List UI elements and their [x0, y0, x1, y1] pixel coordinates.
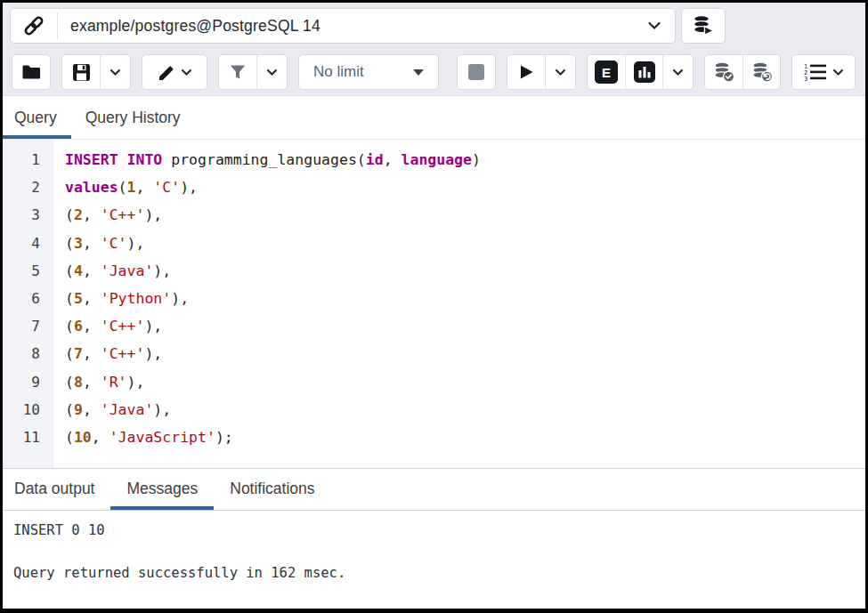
tab-query-history[interactable]: Query History [71, 96, 195, 139]
code-line: (10, 'JavaScript'); [65, 423, 865, 451]
explain-analyze-button[interactable] [625, 55, 662, 89]
chevron-down-icon [181, 69, 192, 77]
editor-tab-bar: Query Query History [3, 96, 865, 140]
line-number-gutter: 1234567891011 [3, 140, 53, 468]
execute-menu-button[interactable] [545, 55, 575, 89]
row-limit-select[interactable]: No limit [299, 55, 438, 89]
message-line: Query returned successfully in 162 msec. [13, 565, 855, 581]
line-number: 2 [3, 173, 40, 201]
numbered-list-icon: 1 2 3 [803, 62, 828, 82]
message-line: INSERT 0 10 [13, 522, 855, 538]
code-line: values(1, 'C'), [65, 173, 865, 201]
pencil-icon [157, 62, 176, 82]
code-line: (2, 'C++'), [65, 201, 865, 229]
tab-query[interactable]: Query [3, 96, 71, 139]
code-line: (6, 'C++'), [65, 312, 865, 340]
code-line: (8, 'R'), [65, 368, 865, 396]
tab-data-output-label: Data output [14, 480, 94, 498]
code-line: INSERT INTO programming_languages(id, la… [65, 146, 865, 173]
sql-editor[interactable]: 1234567891011 INSERT INTO programming_la… [3, 140, 865, 469]
line-number: 7 [3, 312, 40, 340]
connection-bar: example/postgres@PostgreSQL 14 [3, 3, 865, 49]
tab-query-history-label: Query History [85, 109, 181, 127]
caret-down-icon [413, 69, 424, 76]
chevron-down-icon [832, 69, 844, 77]
explain-menu-button[interactable] [662, 55, 693, 89]
explain-button[interactable]: E [588, 55, 625, 89]
filter-button[interactable] [219, 55, 256, 89]
save-button[interactable] [62, 55, 100, 89]
execute-button[interactable] [507, 55, 545, 89]
save-menu-button[interactable] [100, 55, 130, 89]
rollback-button[interactable] [742, 55, 780, 89]
filter-funnel-icon [228, 62, 247, 82]
line-number: 6 [3, 285, 40, 312]
chevron-down-icon [672, 69, 684, 77]
code-line: (5, 'Python'), [65, 285, 865, 312]
new-connection-button[interactable] [681, 8, 726, 44]
database-rollback-icon [750, 60, 775, 84]
code-line: (4, 'Java'), [65, 257, 865, 285]
filter-menu-button[interactable] [256, 55, 287, 89]
connection-title: example/postgres@PostgreSQL 14 [58, 17, 634, 36]
sql-code-area[interactable]: INSERT INTO programming_languages(id, la… [53, 140, 865, 468]
tab-notifications[interactable]: Notifications [214, 469, 330, 510]
stop-icon [468, 64, 484, 80]
code-line: (3, 'C'), [65, 230, 865, 257]
bar-chart-icon [633, 60, 656, 84]
folder-icon [20, 61, 42, 83]
tab-notifications-label: Notifications [230, 480, 314, 498]
macros-menu-button[interactable]: 1 2 3 [792, 55, 855, 89]
code-line: (7, 'C++'), [65, 340, 865, 367]
line-number: 1 [3, 146, 40, 173]
play-icon [517, 63, 535, 81]
pgadmin-query-tool-window: example/postgres@PostgreSQL 14 [0, 0, 868, 613]
chevron-down-icon [555, 69, 566, 77]
tab-messages[interactable]: Messages [110, 469, 214, 510]
row-limit-value: No limit [313, 63, 364, 81]
line-number: 11 [3, 423, 40, 451]
line-number: 8 [3, 340, 40, 367]
code-line: (9, 'Java'), [65, 396, 865, 423]
messages-panel: INSERT 0 10 Query returned successfully … [3, 511, 865, 609]
cancel-query-button[interactable] [458, 55, 495, 89]
output-tab-bar: Data output Messages Notifications [3, 469, 865, 511]
open-file-button[interactable] [12, 55, 50, 89]
line-number: 5 [3, 257, 40, 285]
explain-e-icon: E [595, 60, 618, 84]
query-toolbar: No limit E [3, 49, 865, 96]
connection-chain-icon [11, 9, 57, 43]
edit-menu-button[interactable] [142, 55, 207, 89]
commit-button[interactable] [705, 55, 742, 89]
line-number: 3 [3, 201, 40, 229]
connection-selector[interactable]: example/postgres@PostgreSQL 14 [10, 8, 676, 44]
database-commit-icon [711, 60, 736, 84]
svg-text:3: 3 [804, 76, 807, 82]
chevron-down-icon [266, 69, 278, 77]
chevron-down-icon [110, 69, 121, 77]
line-number: 9 [3, 368, 40, 396]
tab-messages-label: Messages [126, 480, 198, 498]
line-number: 4 [3, 230, 40, 257]
line-number: 10 [3, 396, 40, 423]
chevron-down-icon[interactable] [634, 21, 675, 30]
database-play-icon [691, 13, 716, 38]
tab-data-output[interactable]: Data output [3, 469, 110, 510]
tab-query-label: Query [14, 109, 57, 127]
save-icon [71, 62, 92, 83]
